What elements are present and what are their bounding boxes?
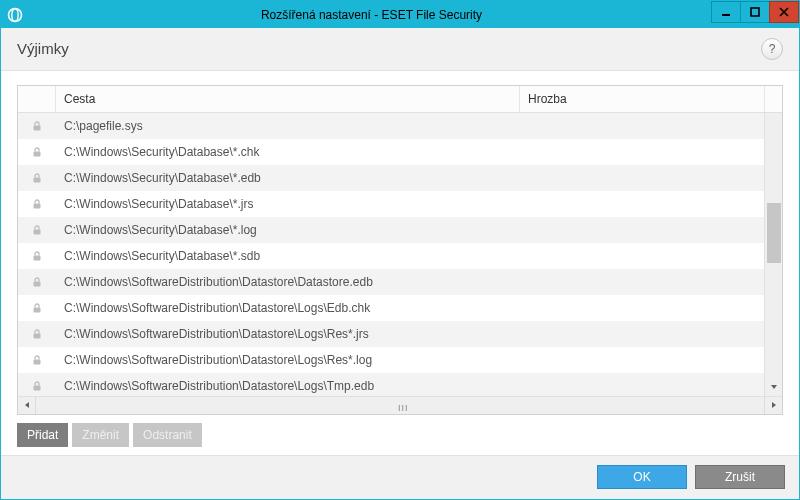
lock-icon (18, 198, 56, 210)
cell-path: C:\pagefile.sys (56, 119, 520, 133)
maximize-button[interactable] (740, 1, 770, 23)
lock-icon (18, 224, 56, 236)
cell-path: C:\Windows\Security\Database\*.chk (56, 145, 520, 159)
help-icon: ? (769, 42, 776, 56)
horizontal-scrollbar[interactable]: III (18, 396, 782, 414)
scroll-up-button[interactable] (764, 86, 782, 112)
cell-path: C:\Windows\Security\Database\*.edb (56, 171, 520, 185)
table-row[interactable]: C:\Windows\SoftwareDistribution\Datastor… (18, 321, 764, 347)
table-row[interactable]: C:\Windows\Security\Database\*.jrs (18, 191, 764, 217)
ok-button[interactable]: OK (597, 465, 687, 489)
table-row[interactable]: C:\pagefile.sys (18, 113, 764, 139)
help-button[interactable]: ? (761, 38, 783, 60)
table-body: C:\pagefile.sysC:\Windows\Security\Datab… (18, 113, 764, 396)
svg-point-0 (9, 8, 22, 21)
window: Rozšířená nastavení - ESET File Security… (0, 0, 800, 500)
cell-path: C:\Windows\SoftwareDistribution\Datastor… (56, 275, 520, 289)
cell-path: C:\Windows\Security\Database\*.jrs (56, 197, 520, 211)
svg-rect-14 (34, 385, 41, 390)
table-row[interactable]: C:\Windows\SoftwareDistribution\Datastor… (18, 347, 764, 373)
svg-rect-7 (34, 203, 41, 208)
table-row[interactable]: C:\Windows\SoftwareDistribution\Datastor… (18, 295, 764, 321)
lock-icon (18, 276, 56, 288)
column-lock[interactable] (18, 86, 56, 112)
table-row[interactable]: C:\Windows\Security\Database\*.edb (18, 165, 764, 191)
window-title: Rozšířená nastavení - ESET File Security (31, 8, 712, 22)
svg-rect-4 (34, 125, 41, 130)
lock-icon (18, 146, 56, 158)
svg-rect-10 (34, 281, 41, 286)
lock-icon (18, 354, 56, 366)
add-button[interactable]: Přidat (17, 423, 68, 447)
cancel-button[interactable]: Zrušit (695, 465, 785, 489)
table-row[interactable]: C:\Windows\SoftwareDistribution\Datastor… (18, 269, 764, 295)
svg-rect-11 (34, 307, 41, 312)
svg-rect-5 (34, 151, 41, 156)
table-row[interactable]: C:\Windows\Security\Database\*.chk (18, 139, 764, 165)
vertical-scrollbar[interactable] (764, 113, 782, 396)
dialog-header: Výjimky ? (1, 28, 799, 71)
page-title: Výjimky (17, 40, 761, 57)
svg-point-1 (12, 8, 18, 20)
content-area: Cesta Hrozba C:\pagefile.sysC:\Windows\S… (1, 71, 799, 455)
svg-rect-12 (34, 333, 41, 338)
svg-rect-8 (34, 229, 41, 234)
dialog-footer: OK Zrušit (1, 455, 799, 499)
svg-rect-13 (34, 359, 41, 364)
lock-icon (18, 380, 56, 392)
svg-rect-2 (722, 14, 730, 16)
svg-rect-6 (34, 177, 41, 182)
svg-rect-3 (751, 8, 759, 16)
lock-icon (18, 328, 56, 340)
table-row[interactable]: C:\Windows\SoftwareDistribution\Datastor… (18, 373, 764, 396)
edit-button: Změnit (72, 423, 129, 447)
scrollbar-thumb[interactable] (767, 203, 781, 263)
eset-logo-icon (7, 7, 23, 23)
column-path[interactable]: Cesta (56, 86, 520, 112)
title-bar: Rozšířená nastavení - ESET File Security (1, 1, 799, 28)
cell-path: C:\Windows\Security\Database\*.sdb (56, 249, 520, 263)
lock-icon (18, 302, 56, 314)
close-button[interactable] (769, 1, 799, 23)
scroll-left-button[interactable] (18, 396, 36, 414)
action-buttons: Přidat Změnit Odstranit (17, 423, 783, 447)
delete-button: Odstranit (133, 423, 202, 447)
table-header: Cesta Hrozba (18, 86, 782, 113)
window-controls (712, 1, 799, 28)
minimize-button[interactable] (711, 1, 741, 23)
cell-path: C:\Windows\SoftwareDistribution\Datastor… (56, 301, 520, 315)
svg-rect-9 (34, 255, 41, 260)
cell-path: C:\Windows\Security\Database\*.log (56, 223, 520, 237)
scroll-right-button[interactable] (764, 396, 782, 414)
scroll-down-button[interactable] (765, 378, 783, 396)
cell-path: C:\Windows\SoftwareDistribution\Datastor… (56, 379, 520, 393)
exclusions-table: Cesta Hrozba C:\pagefile.sysC:\Windows\S… (17, 85, 783, 415)
cell-path: C:\Windows\SoftwareDistribution\Datastor… (56, 327, 520, 341)
lock-icon (18, 120, 56, 132)
lock-icon (18, 172, 56, 184)
cell-path: C:\Windows\SoftwareDistribution\Datastor… (56, 353, 520, 367)
table-row[interactable]: C:\Windows\Security\Database\*.log (18, 217, 764, 243)
lock-icon (18, 250, 56, 262)
table-row[interactable]: C:\Windows\Security\Database\*.sdb (18, 243, 764, 269)
column-threat[interactable]: Hrozba (520, 86, 764, 112)
